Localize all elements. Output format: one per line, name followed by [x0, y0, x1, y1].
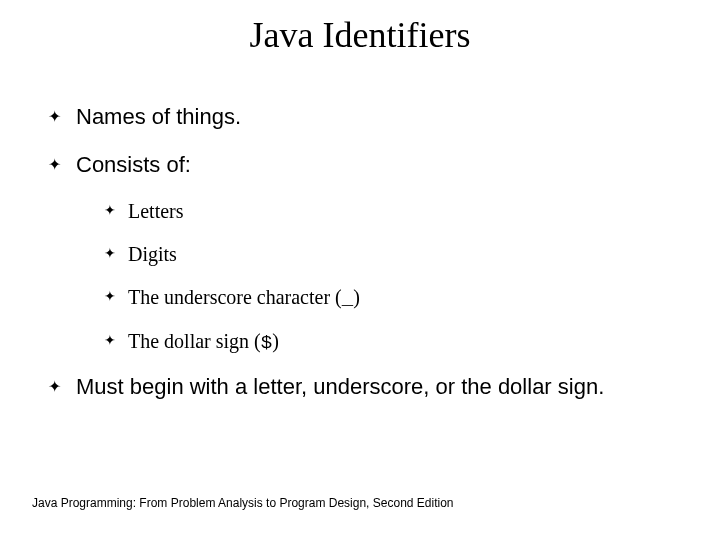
- bullet-icon: ✦: [104, 200, 128, 222]
- slide-title: Java Identifiers: [0, 14, 720, 56]
- bullet-icon: ✦: [104, 286, 128, 308]
- bullet-icon: ✦: [104, 243, 128, 265]
- bullet-item: ✦ Must begin with a letter, underscore, …: [48, 374, 688, 400]
- bullet-text: Names of things.: [76, 104, 241, 130]
- bullet-icon: ✦: [104, 330, 128, 352]
- sub-bullet-text: Letters: [128, 200, 184, 223]
- sub-bullet-text: Digits: [128, 243, 177, 266]
- sub-bullet-item: ✦ Letters: [104, 200, 688, 223]
- sub-bullet-item: ✦ The dollar sign ($): [104, 330, 688, 354]
- sub-bullet-text: The dollar sign ($): [128, 330, 279, 354]
- bullet-icon: ✦: [48, 152, 76, 178]
- bullet-icon: ✦: [48, 374, 76, 400]
- sub-bullet-text: The underscore character (_): [128, 286, 360, 310]
- slide: Java Identifiers ✦ Names of things. ✦ Co…: [0, 0, 720, 540]
- bullet-text: Must begin with a letter, underscore, or…: [76, 374, 604, 400]
- slide-footer: Java Programming: From Problem Analysis …: [32, 496, 454, 510]
- bullet-item: ✦ Consists of:: [48, 152, 688, 178]
- sub-bullet-item: ✦ Digits: [104, 243, 688, 266]
- sub-bullet-item: ✦ The underscore character (_): [104, 286, 688, 310]
- slide-body: ✦ Names of things. ✦ Consists of: ✦ Lett…: [48, 104, 688, 422]
- sub-bullet-list: ✦ Letters ✦ Digits ✦ The underscore char…: [104, 200, 688, 354]
- bullet-item: ✦ Names of things.: [48, 104, 688, 130]
- bullet-text: Consists of:: [76, 152, 191, 178]
- bullet-icon: ✦: [48, 104, 76, 130]
